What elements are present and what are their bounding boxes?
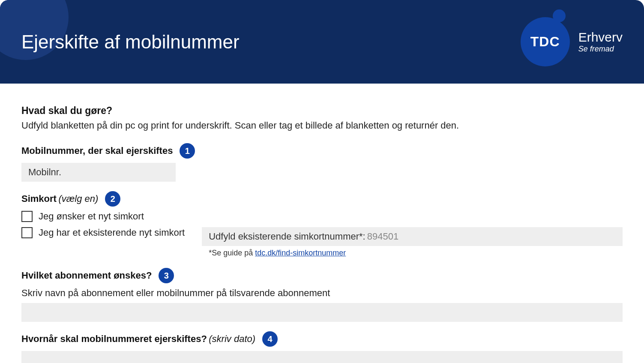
section4-subheading: (skriv dato) — [209, 333, 255, 344]
step-badge-2: 2 — [105, 191, 120, 207]
sim-existing-checkbox[interactable] — [21, 227, 33, 238]
sim-new-checkbox[interactable] — [21, 211, 33, 222]
page-title: Ejerskifte af mobilnummer — [21, 31, 240, 53]
section2-subheading: (vælg en) — [58, 193, 98, 204]
sim-input-value: 894501 — [367, 231, 398, 242]
section3-header: Hvilket abonnement ønskes? 3 — [21, 268, 623, 283]
section2-heading: Simkort — [21, 193, 57, 204]
step-badge-1: 1 — [180, 143, 195, 159]
sim-option-new-row: Jeg ønsker et nyt simkort — [21, 211, 623, 222]
sim-option-existing-row: Jeg har et eksisterende nyt simkort Udfy… — [21, 227, 623, 258]
sim-existing-label: Jeg har et eksisterende nyt simkort — [39, 227, 185, 238]
intro-text: Udfyld blanketten på din pc og print for… — [21, 120, 623, 131]
sim-new-label: Jeg ønsker et nyt simkort — [39, 211, 144, 222]
date-input[interactable] — [21, 351, 623, 363]
section1-header: Mobilnummer, der skal ejerskiftes 1 — [21, 143, 623, 159]
tdc-logo-icon: TDC — [521, 17, 570, 66]
mobile-number-input[interactable] — [21, 163, 176, 182]
subscription-input[interactable] — [21, 303, 623, 322]
logo-tdc-text: TDC — [530, 34, 560, 50]
sim-guide-note: *Se guide på tdc.dk/find-simkortnummer — [202, 249, 623, 258]
section1-heading: Mobilnummer, der skal ejerskiftes — [21, 145, 173, 156]
logo-text-block: Erhverv Se fremad — [578, 30, 623, 54]
section4-heading: Hvornår skal mobilnummeret ejerskiftes? — [21, 333, 207, 344]
step-badge-4: 4 — [262, 331, 278, 347]
page-header: Ejerskifte af mobilnummer TDC Erhverv Se… — [0, 0, 644, 84]
sim-input-label: Udfyld eksisterende simkortnummer*: — [209, 231, 365, 242]
guide-prefix: *Se guide på — [209, 249, 255, 257]
logo-brand: Erhverv — [578, 30, 623, 45]
sim-number-input[interactable]: Udfyld eksisterende simkortnummer*: 8945… — [202, 227, 623, 246]
intro-heading: Hvad skal du gøre? — [21, 105, 623, 117]
section3-subtext: Skriv navn på abonnement eller mobilnumm… — [21, 288, 623, 299]
section3-heading: Hvilket abonnement ønskes? — [21, 270, 152, 281]
sim-guide-link[interactable]: tdc.dk/find-simkortnummer — [255, 249, 346, 257]
section4-header: Hvornår skal mobilnummeret ejerskiftes? … — [21, 331, 623, 347]
logo-tagline: Se fremad — [578, 45, 623, 54]
logo-area: TDC Erhverv Se fremad — [521, 17, 623, 66]
section2-header: Simkort (vælg en) 2 — [21, 191, 623, 207]
step-badge-3: 3 — [159, 268, 174, 283]
form-content: Hvad skal du gøre? Udfyld blanketten på … — [0, 84, 644, 363]
